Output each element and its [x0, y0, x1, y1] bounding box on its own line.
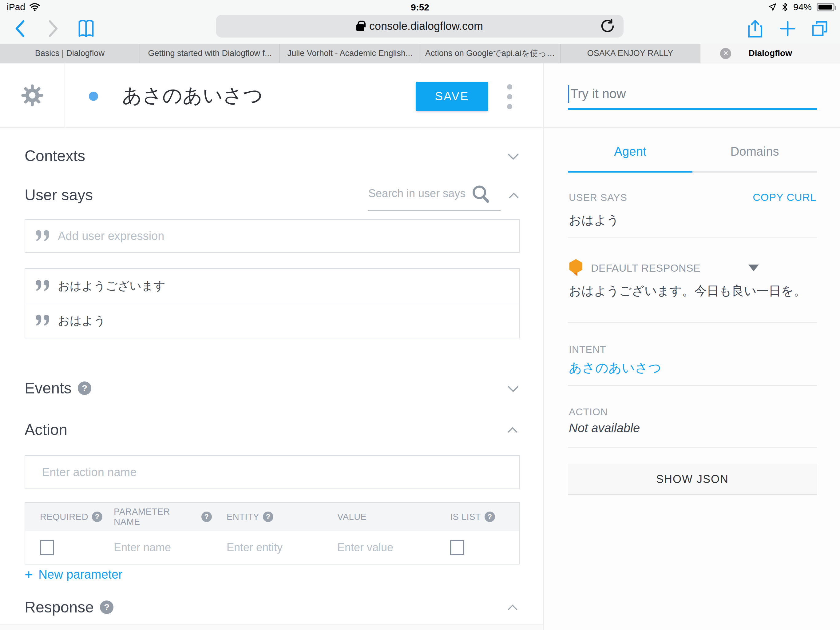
intent-status-dot	[89, 92, 98, 101]
column-is-list: IS LIST ?	[435, 503, 519, 531]
intent-label: INTENT	[569, 344, 606, 355]
help-icon[interactable]: ?	[100, 600, 114, 614]
ipad-safari-dialogflow-screen: iPad 9:52 94% consol	[0, 0, 840, 630]
action-name-input[interactable]: Enter action name	[25, 455, 519, 489]
tab-osaka-enjoy-rally[interactable]: OSAKA ENJOY RALLY	[561, 44, 701, 63]
column-entity: ENTITY ?	[212, 503, 322, 531]
chevron-up-icon[interactable]	[508, 193, 519, 199]
contexts-heading: Contexts	[25, 147, 85, 165]
default-response-text: おはようございます。今日も良い一日を。	[569, 282, 806, 299]
user-says-label: USER SAYS	[569, 192, 627, 203]
https-lock-icon	[356, 24, 364, 31]
help-icon[interactable]: ?	[263, 511, 273, 522]
quote-icon	[36, 230, 49, 242]
parameters-table: REQUIRED ? PARAMETER NAME ? ENTITY ? VAL…	[25, 502, 519, 565]
tab-domains[interactable]: Domains	[692, 144, 817, 158]
new-parameter-link[interactable]: + New parameter	[25, 568, 122, 581]
help-icon[interactable]: ?	[78, 381, 91, 395]
user-expression-text: おはようございます	[58, 278, 166, 294]
parameter-name-input[interactable]: Enter name	[99, 531, 212, 564]
add-expression-placeholder: Add user expression	[58, 230, 164, 243]
safari-toolbar: console.dialogflow.com	[0, 14, 840, 44]
tab-getting-started[interactable]: Getting started with Dialogflow f...	[140, 44, 280, 63]
column-parameter-name: PARAMETER NAME ?	[99, 503, 212, 531]
page-content: あさのあいさつ SAVE Contexts User says Search i…	[0, 63, 840, 630]
quote-icon	[36, 315, 49, 326]
help-icon[interactable]: ?	[485, 511, 495, 522]
user-says-value: おはよう	[569, 212, 619, 229]
forward-button[interactable]	[43, 14, 64, 44]
tab-dialogflow-active[interactable]: × Dialogflow	[700, 44, 840, 63]
try-it-now-placeholder: Try it now	[570, 86, 626, 101]
try-it-now-input[interactable]: Try it now	[568, 85, 626, 103]
is-list-checkbox[interactable]	[450, 540, 464, 555]
try-it-now-panel: Try it now Agent Domains USER SAYS COPY …	[543, 63, 840, 630]
result-tabs: Agent Domains	[568, 144, 817, 158]
user-says-heading: User says	[25, 186, 93, 204]
text-caret	[568, 85, 569, 103]
status-right: 94%	[768, 2, 834, 12]
show-json-button[interactable]: SHOW JSON	[568, 464, 817, 495]
address-bar[interactable]: console.dialogflow.com	[216, 15, 624, 38]
battery-percent: 94%	[793, 2, 812, 12]
chevron-up-icon[interactable]	[507, 427, 518, 433]
chevron-up-icon[interactable]	[507, 605, 518, 611]
chevron-down-icon[interactable]	[507, 385, 519, 392]
column-value: VALUE	[322, 503, 435, 531]
search-icon	[471, 184, 490, 203]
location-services-icon	[768, 3, 777, 11]
tab-agent[interactable]: Agent	[568, 144, 692, 158]
add-user-expression-input[interactable]: Add user expression	[25, 219, 519, 253]
copy-curl-link[interactable]: COPY CURL	[753, 192, 816, 203]
divider	[568, 447, 817, 448]
search-placeholder: Search in user says	[368, 187, 466, 200]
tab-basics-dialogflow[interactable]: Basics | Dialogflow	[0, 44, 140, 63]
response-heading: Response ?	[25, 598, 114, 616]
parameter-row: Enter name Enter entity Enter value	[25, 531, 519, 564]
section-edge	[0, 624, 543, 630]
settings-column[interactable]	[0, 63, 65, 127]
more-options-icon[interactable]	[505, 84, 514, 109]
required-checkbox[interactable]	[40, 540, 54, 555]
default-response-label: DEFAULT RESPONSE	[591, 262, 700, 274]
entity-input[interactable]: Enter entity	[212, 531, 322, 564]
search-user-says-input[interactable]: Search in user says	[368, 184, 501, 211]
reload-button[interactable]	[600, 19, 615, 33]
divider	[568, 237, 817, 238]
user-expression-text: おはよう	[58, 313, 106, 329]
close-tab-icon[interactable]: ×	[720, 48, 731, 59]
action-value: Not available	[569, 421, 640, 435]
user-expression-row[interactable]: おはよう	[25, 303, 519, 338]
input-underline	[568, 108, 817, 110]
action-label: ACTION	[569, 406, 608, 418]
try-it-now-header: Try it now	[543, 63, 840, 128]
events-heading: Events ?	[25, 379, 91, 397]
divider	[568, 385, 817, 386]
bluetooth-icon	[782, 2, 788, 12]
new-tab-button[interactable]	[775, 14, 801, 44]
share-button[interactable]	[742, 14, 768, 44]
intent-link[interactable]: あさのあいさつ	[569, 359, 662, 377]
intent-header: あさのあいさつ SAVE	[0, 63, 543, 128]
chevron-down-icon[interactable]	[507, 153, 519, 160]
battery-icon	[816, 3, 834, 11]
clock: 9:52	[0, 2, 840, 13]
intent-editor-panel: あさのあいさつ SAVE Contexts User says Search i…	[0, 63, 543, 630]
url-text: console.dialogflow.com	[369, 20, 483, 33]
user-expression-row[interactable]: おはようございます	[25, 269, 519, 303]
back-button[interactable]	[9, 14, 31, 44]
tab-julie-vorholt[interactable]: Julie Vorholt - Academic English...	[280, 44, 420, 63]
help-icon[interactable]: ?	[201, 511, 212, 522]
user-expressions-list: おはようございます おはよう	[25, 268, 519, 339]
save-button[interactable]: SAVE	[416, 82, 488, 111]
quote-icon	[36, 280, 49, 291]
column-required: REQUIRED ?	[25, 503, 99, 531]
default-response-row[interactable]: DEFAULT RESPONSE	[569, 259, 759, 277]
dropdown-triangle-icon[interactable]	[748, 264, 759, 271]
value-input[interactable]: Enter value	[322, 531, 435, 564]
tab-overview-button[interactable]	[807, 14, 833, 44]
intent-title: あさのあいさつ	[122, 63, 263, 127]
tab-indicator	[568, 171, 817, 173]
bookmarks-icon[interactable]	[73, 14, 99, 44]
tab-actions-on-google[interactable]: Actions on Googleでapi.aiを使っ…	[420, 44, 561, 63]
